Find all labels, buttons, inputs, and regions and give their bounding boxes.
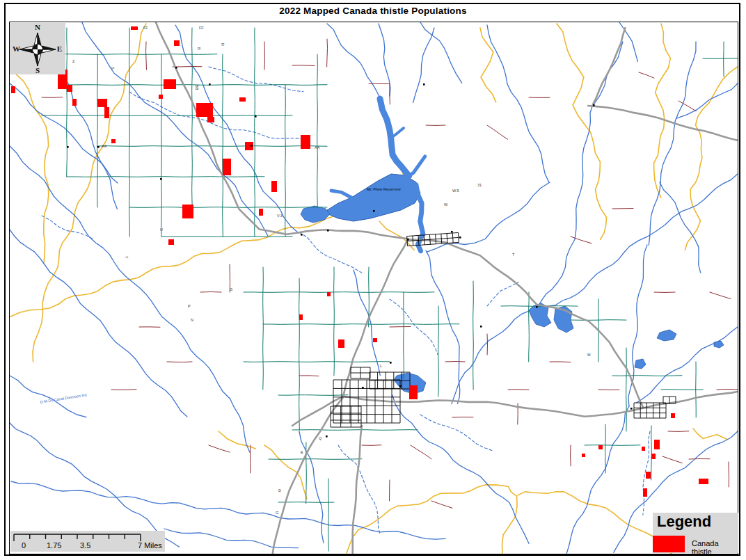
svg-text:U: U [160,227,163,232]
compass-e-label: E [57,45,62,53]
svg-text:BB: BB [195,85,199,90]
svg-text:Z: Z [72,59,75,63]
compass-n-label: N [35,23,40,31]
svg-text:S: S [111,67,115,70]
svg-text:B: B [197,47,201,50]
svg-text:R: R [221,43,225,46]
compass-s-label: S [35,66,40,74]
compass-rose: N E S W [10,23,65,74]
svg-text:G: G [230,287,232,291]
svg-text:V.3: V.3 [277,214,283,218]
legend-item-canada-thistle: Canada thistle [653,535,738,552]
svg-text:Q: Q [319,436,322,440]
scale-label-end: 7 Miles [138,541,162,550]
svg-text:AA: AA [315,145,320,150]
svg-text:P: P [188,304,191,308]
svg-text:D: D [278,488,281,493]
legend-item-label: Canada thistle [692,539,738,556]
water-bodies-layer [301,99,724,394]
map-layers: FFFFBRBBSZAAAAYUW.531WMGLPNQEDGV.3TMc Ph… [7,22,739,554]
county-roads-layer [42,28,739,551]
legend: Legend Canada thistle [653,513,738,553]
legend-swatch-canada-thistle [653,536,685,552]
town-street-grids-layer [331,232,676,427]
svg-text:D-M Dv Canal Diversion Rd: D-M Dv Canal Diversion Rd [40,392,87,403]
svg-text:W: W [444,202,448,207]
svg-text:E: E [301,450,303,454]
canal-lines-layer [10,24,738,554]
scale-label-1: 1.75 [47,541,61,550]
intermittent-stream-layer [42,67,650,534]
svg-text:Mc Phee Reservoir: Mc Phee Reservoir [367,187,402,191]
map-road-labels-layer: FFFFBRBBSZAAAAYUW.531WMGLPNQEDGV.3TMc Ph… [40,26,591,515]
scale-bar: 0 1.75 3.5 7 Miles [10,531,165,552]
svg-text:FF: FF [143,26,148,30]
legend-title: Legend [657,513,738,530]
svg-text:G: G [276,511,278,515]
scale-label-0: 0 [22,541,26,550]
compass-w-label: W [13,45,20,53]
map-canvas: FFFFBRBBSZAAAAYUW.531WMGLPNQEDGV.3TMc Ph… [0,0,746,560]
svg-text:M: M [587,353,591,357]
canada-thistle-patches-layer [7,26,708,497]
svg-text:FF: FF [199,26,204,30]
svg-text:L: L [380,364,382,368]
svg-text:T: T [512,253,515,257]
scale-label-2: 3.5 [80,541,90,550]
svg-text:W.5: W.5 [452,189,459,193]
svg-text:N: N [191,318,193,322]
svg-text:AA: AA [102,144,107,148]
map-page: 2022 Mapped Canada thistle Populations F… [0,0,746,560]
svg-text:31: 31 [477,183,482,187]
svg-text:Y: Y [125,256,129,259]
map-point-markers-layer [67,67,633,438]
highways-layer [156,22,739,553]
